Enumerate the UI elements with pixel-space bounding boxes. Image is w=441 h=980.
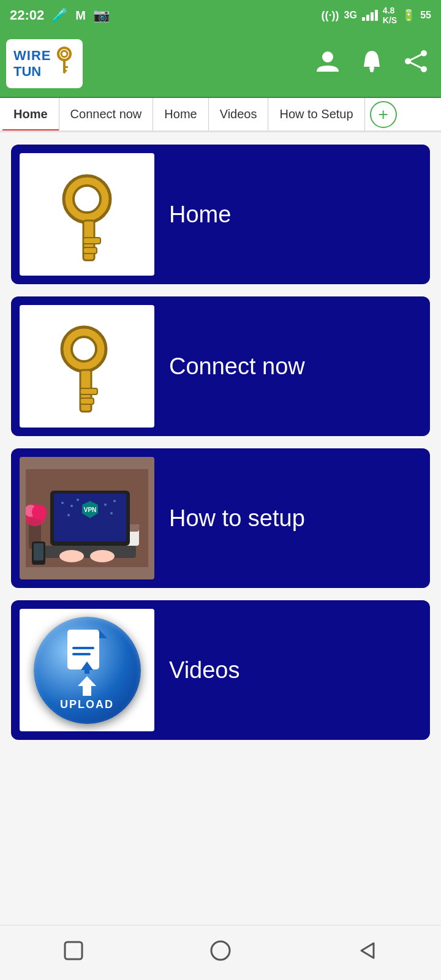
status-right: ((·)) 3G 4.8K/S 🔋 55	[322, 6, 431, 25]
svg-rect-4	[63, 70, 67, 72]
upload-button-illustration: UPLOAD	[34, 617, 141, 724]
battery-level: 55	[420, 10, 431, 21]
tab-how-to-setup[interactable]: How to Setup	[268, 98, 364, 132]
svg-rect-46	[67, 630, 99, 669]
app-logo: WIRE TUN	[6, 39, 83, 88]
share-icon[interactable]	[403, 48, 429, 80]
svg-point-35	[70, 505, 73, 507]
svg-point-39	[67, 514, 70, 516]
videos-card[interactable]: UPLOAD Videos	[11, 600, 430, 740]
home-card-label: Home	[163, 202, 430, 228]
nav-back-button[interactable]	[355, 938, 380, 968]
home-key-illustration	[38, 165, 136, 263]
svg-rect-16	[83, 238, 100, 244]
svg-rect-22	[80, 398, 94, 404]
wifi-icon: ((·))	[322, 9, 339, 22]
svg-point-5	[322, 51, 333, 62]
svg-rect-45	[34, 543, 43, 560]
nav-circle-button[interactable]	[208, 938, 233, 968]
logo-wire-text: WIRE	[13, 48, 51, 64]
upload-label: UPLOAD	[60, 698, 114, 711]
home-card-image	[20, 153, 154, 276]
svg-rect-21	[80, 388, 97, 394]
battery-icon: 🔋	[402, 9, 415, 22]
setup-card-image: VPN	[20, 457, 154, 579]
svg-point-27	[32, 505, 47, 519]
videos-card-label: Videos	[163, 657, 430, 684]
svg-marker-51	[78, 676, 96, 696]
camera-icon: 📷	[93, 7, 110, 23]
connect-key-illustration	[38, 317, 136, 415]
flask-icon: 🧪	[51, 7, 68, 23]
bottom-nav	[0, 925, 441, 980]
header-icons	[315, 48, 429, 80]
connect-card[interactable]: Connect now	[11, 296, 430, 436]
lte-icon: 3G	[344, 10, 357, 21]
logo-key-icon	[53, 47, 75, 81]
add-tab-button[interactable]: +	[370, 101, 397, 128]
vpn-laptop-illustration: VPN	[26, 469, 148, 567]
upload-arrow-icon	[74, 676, 100, 696]
svg-point-0	[58, 48, 70, 60]
nav-square-button[interactable]	[61, 938, 86, 968]
status-bar: 22:02 🧪 M 📷 ((·)) 3G 4.8K/S 🔋 55	[0, 0, 441, 31]
svg-point-14	[74, 186, 100, 213]
svg-point-40	[110, 512, 113, 514]
setup-card[interactable]: VPN How to setup	[11, 448, 430, 588]
nav-tabs: Home Connect now Home Videos How to Setu…	[0, 98, 441, 132]
svg-marker-54	[361, 943, 374, 958]
signal-bars	[362, 10, 378, 21]
svg-point-37	[104, 503, 107, 506]
videos-card-image: UPLOAD	[20, 609, 154, 731]
svg-line-11	[408, 53, 424, 61]
svg-point-1	[61, 51, 67, 57]
svg-point-43	[90, 550, 115, 562]
svg-line-12	[408, 61, 424, 69]
svg-point-36	[77, 499, 79, 501]
tab-videos[interactable]: Videos	[209, 98, 269, 132]
svg-rect-52	[65, 942, 82, 959]
tab-connect-now[interactable]: Connect now	[59, 98, 154, 132]
tab-home2[interactable]: Home	[153, 98, 208, 132]
status-left: 22:02 🧪 M 📷	[10, 7, 110, 23]
gmail-icon: M	[75, 9, 86, 23]
notification-icon[interactable]	[359, 48, 385, 80]
svg-point-53	[211, 941, 230, 960]
setup-card-label: How to setup	[163, 505, 430, 532]
svg-marker-47	[99, 630, 107, 638]
svg-point-42	[59, 550, 84, 562]
connect-card-label: Connect now	[163, 353, 430, 380]
svg-rect-17	[83, 247, 97, 254]
svg-point-38	[113, 500, 116, 502]
profile-icon[interactable]	[315, 48, 341, 80]
main-content: Home Connect now	[0, 132, 441, 925]
tab-home[interactable]: Home	[2, 98, 59, 132]
upload-doc-icon	[67, 630, 107, 674]
connect-card-image	[20, 305, 154, 428]
app-header: WIRE TUN	[0, 31, 441, 98]
svg-point-19	[72, 337, 96, 361]
time-display: 22:02	[10, 7, 44, 23]
network-speed: 4.8K/S	[383, 6, 397, 25]
logo-tun-text: TUN	[13, 64, 51, 80]
svg-text:VPN: VPN	[84, 507, 97, 513]
svg-point-34	[61, 502, 64, 504]
svg-point-7	[370, 69, 374, 72]
home-card[interactable]: Home	[11, 145, 430, 284]
svg-rect-3	[63, 66, 68, 68]
